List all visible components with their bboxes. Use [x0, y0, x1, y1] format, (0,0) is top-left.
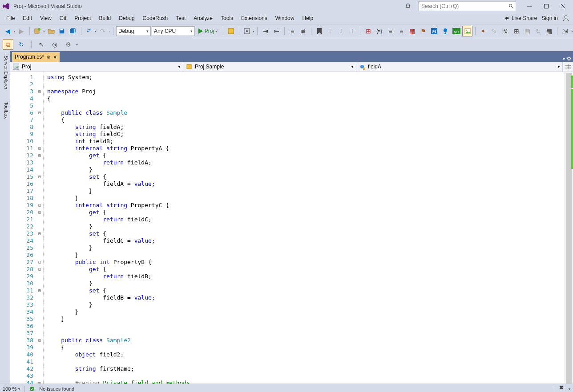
fold-toggle[interactable]: ⊟	[36, 209, 43, 216]
code-line[interactable]	[47, 323, 565, 330]
code-line[interactable]: return fieldA;	[47, 159, 565, 166]
menu-view[interactable]: View	[36, 13, 55, 23]
code-line[interactable]: int fieldB;	[47, 138, 565, 145]
tb-indent-1[interactable]: ⇥	[260, 26, 270, 36]
nav-project-combo[interactable]: C# Proj ▾	[10, 62, 183, 72]
nav-member-combo[interactable]: fieldA ▾	[356, 62, 563, 72]
tb2-target-icon[interactable]: ◎	[49, 39, 60, 50]
tb-x3[interactable]: ⊞	[511, 26, 521, 36]
notification-icon[interactable]	[405, 3, 411, 9]
split-view-button[interactable]	[563, 62, 573, 72]
tb-uncomment[interactable]: ≢	[299, 26, 309, 36]
nav-forward-button[interactable]: ▶	[16, 26, 27, 36]
menu-debug[interactable]: Debug	[115, 13, 138, 23]
start-debug-button[interactable]: Proj ▾	[196, 26, 220, 36]
redo-button[interactable]: ↷	[97, 26, 108, 36]
code-line[interactable]: {	[47, 116, 565, 124]
fold-toggle[interactable]: ⊟	[36, 145, 43, 152]
tb-x1[interactable]: ✎	[489, 26, 500, 36]
code-line[interactable]: {	[47, 344, 565, 351]
status-flag-icon[interactable]	[559, 386, 564, 392]
tb-cr-6[interactable]: ⚑	[418, 26, 428, 36]
tb-cr-1[interactable]: ⊞	[363, 26, 373, 36]
code-line[interactable]	[47, 372, 565, 380]
close-button[interactable]	[555, 0, 571, 12]
code-line[interactable]: get {	[47, 152, 565, 159]
tb-icon-1[interactable]	[226, 26, 236, 36]
side-tab-toolbox[interactable]: Toolbox	[0, 99, 10, 121]
tb-cr-image[interactable]	[462, 26, 472, 36]
menu-extensions[interactable]: Extensions	[238, 13, 271, 23]
code-line[interactable]: }	[47, 166, 565, 173]
code-line[interactable]: }	[47, 301, 565, 308]
tb-cr-marker[interactable]	[440, 26, 451, 36]
code-line[interactable]: }	[47, 280, 565, 287]
code-line[interactable]: public class Sample2	[47, 337, 565, 344]
tb-x4[interactable]: ▤	[522, 26, 533, 36]
code-line[interactable]: internal string PropertyA {	[47, 145, 565, 152]
code-line[interactable]: }	[47, 252, 565, 259]
tb-cr-4[interactable]: ≡	[396, 26, 407, 36]
tb-bookmark[interactable]	[314, 26, 324, 36]
code-text[interactable]: using System;namespace Proj{ public clas…	[44, 72, 565, 384]
code-line[interactable]: }	[47, 223, 565, 230]
code-line[interactable]: set {	[47, 173, 565, 180]
code-line[interactable]: #region Private field and methods	[47, 380, 565, 384]
side-tab-server-explorer[interactable]: Server Explorer	[0, 53, 10, 92]
code-line[interactable]: object field2;	[47, 351, 565, 358]
fold-toggle[interactable]: ⊟	[36, 287, 43, 294]
tb2-cursor-icon[interactable]: ↖	[36, 39, 47, 50]
tb2-link-icon[interactable]: ⧉	[3, 39, 13, 50]
tab-overflow-icon[interactable]: ▾	[563, 56, 565, 61]
maximize-button[interactable]	[538, 0, 554, 12]
code-line[interactable]: }	[47, 195, 565, 202]
tb-x5[interactable]: ↻	[533, 26, 544, 36]
menu-edit[interactable]: Edit	[19, 13, 36, 23]
menu-window[interactable]: Window	[272, 13, 298, 23]
code-line[interactable]: }	[47, 308, 565, 316]
live-share-button[interactable]: Live Share	[504, 15, 537, 21]
new-project-button[interactable]	[32, 26, 42, 36]
code-line[interactable]: {	[47, 95, 565, 102]
solution-platform-combo[interactable]: Any CPU▾	[152, 26, 195, 36]
save-all-button[interactable]	[68, 26, 78, 36]
code-line[interactable]: fieldA = value;	[47, 180, 565, 188]
menu-build[interactable]: Build	[96, 13, 115, 23]
tb-cr-3[interactable]: ≡	[385, 26, 395, 36]
code-line[interactable]: internal string PropertyC {	[47, 202, 565, 209]
tb-collapse[interactable]: ⇲	[560, 26, 570, 36]
code-line[interactable]: get {	[47, 266, 565, 273]
fold-toggle[interactable]: ⊟	[36, 109, 43, 116]
outlining-margin[interactable]: ⊟⊟⊟⊟⊟⊟⊟⊟⊟⊟⊟⊟⊞	[36, 72, 44, 384]
tb2-refresh-icon[interactable]: ↻	[16, 39, 27, 50]
tb-cr-abc[interactable]: abc	[451, 26, 461, 36]
menu-file[interactable]: File	[3, 13, 18, 23]
code-line[interactable]: return fieldC;	[47, 216, 565, 223]
code-line[interactable]	[47, 81, 565, 88]
fold-toggle[interactable]: ⊟	[36, 152, 43, 159]
fold-toggle[interactable]: ⊟	[36, 202, 43, 209]
code-line[interactable]: get {	[47, 209, 565, 216]
undo-button[interactable]: ↶	[84, 26, 94, 36]
tab-settings-icon[interactable]: ✿	[567, 56, 571, 62]
tb-x6[interactable]: ▦	[545, 26, 555, 36]
code-line[interactable]: string firstName;	[47, 365, 565, 372]
nav-back-button[interactable]: ◀	[3, 26, 13, 36]
code-line[interactable]: string fieldA;	[47, 124, 565, 131]
menu-coderush[interactable]: CodeRush	[139, 13, 172, 23]
tb2-gear-icon[interactable]: ⚙	[63, 39, 73, 50]
tb-bm-1[interactable]: ⤒	[325, 26, 335, 36]
open-file-button[interactable]	[46, 26, 56, 36]
quick-search[interactable]	[418, 1, 516, 11]
issues-label[interactable]: No issues found	[39, 386, 74, 392]
tb-wand[interactable]: ✦	[478, 26, 488, 36]
tb-x2[interactable]: ↯	[500, 26, 510, 36]
tb-icon-2[interactable]	[242, 26, 252, 36]
code-line[interactable]: return fieldB;	[47, 273, 565, 280]
close-tab-icon[interactable]: ✕	[53, 54, 57, 60]
save-button[interactable]	[57, 26, 67, 36]
menu-git[interactable]: Git	[56, 13, 70, 23]
code-line[interactable]: namespace Proj	[47, 88, 565, 95]
code-line[interactable]: public int PropertyB {	[47, 259, 565, 266]
code-line[interactable]: string fieldC;	[47, 131, 565, 138]
